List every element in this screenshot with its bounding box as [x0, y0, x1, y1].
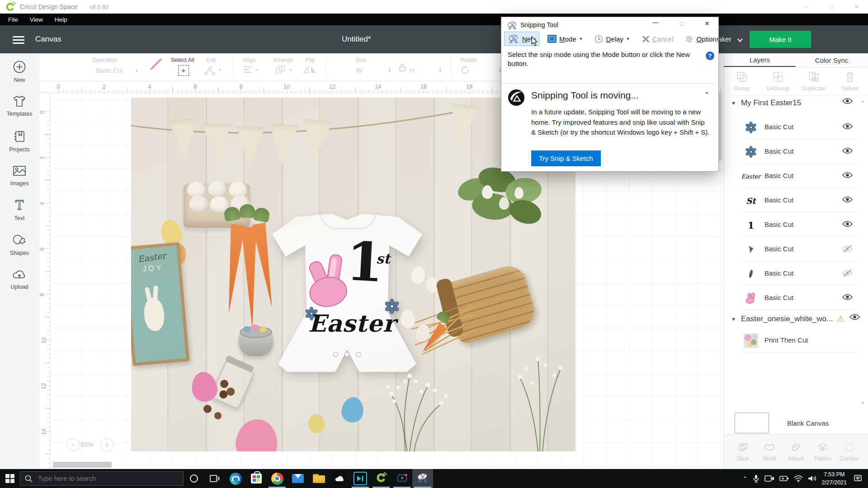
width-stepper[interactable]: ▲▼	[388, 67, 392, 73]
sidebar-item-images[interactable]: Images	[0, 164, 39, 196]
menu-help[interactable]: Help	[55, 16, 67, 23]
sidebar-item-new[interactable]: New	[0, 60, 39, 91]
height-field[interactable]: H	[410, 67, 414, 74]
taskbar-app-screen-recorder[interactable]	[392, 469, 412, 488]
layer-row[interactable]: Basic Cut	[724, 237, 868, 261]
color-swatch-stroke[interactable]	[150, 58, 162, 70]
taskbar-app-edge[interactable]	[225, 469, 246, 488]
height-stepper[interactable]: ▲▼	[439, 67, 442, 73]
delete-button[interactable]: Delete	[834, 71, 866, 92]
horizontal-scrollbar[interactable]	[53, 462, 112, 468]
layer-row[interactable]: Basic Cut	[724, 139, 868, 164]
attach-button[interactable]: Attach	[783, 442, 809, 462]
sidebar-item-templates[interactable]: Templates	[0, 94, 39, 126]
eye-visible-icon[interactable]	[842, 221, 853, 229]
eye-visible-icon[interactable]	[849, 314, 860, 322]
snip-delay-button[interactable]: Delay ▼	[591, 33, 633, 46]
layer-group-title[interactable]: Easter_onesie_white_wo...	[741, 314, 833, 324]
zoom-out-button[interactable]: −	[66, 438, 80, 451]
arrange-icon[interactable]	[276, 65, 286, 76]
duplicate-button[interactable]: Duplicate	[798, 71, 830, 92]
layer-row[interactable]: 1 Basic Cut	[724, 212, 868, 237]
tab-layers[interactable]: Layers	[724, 53, 796, 67]
edit-caret-icon[interactable]: ▼	[218, 68, 222, 72]
action-center-icon[interactable]	[854, 474, 863, 483]
group-button[interactable]: Group	[726, 71, 758, 92]
eye-hidden-icon[interactable]	[842, 245, 853, 254]
flip-icon[interactable]	[303, 66, 316, 75]
eye-visible-icon[interactable]	[842, 294, 853, 302]
tray-chevron-up-icon[interactable]: ⌃	[742, 475, 747, 482]
ungroup-button[interactable]: UnGroup	[762, 71, 794, 92]
taskbar-app-store[interactable]	[246, 469, 267, 488]
make-it-button[interactable]: Make It	[750, 31, 811, 48]
taskbar-app-cricut[interactable]	[371, 469, 392, 488]
edit-label[interactable]: Edit	[206, 57, 216, 63]
eye-visible-icon[interactable]	[842, 196, 853, 205]
arrange-caret-icon[interactable]: ▼	[288, 68, 292, 72]
layer-row[interactable]: Basic Cut	[724, 286, 868, 310]
eye-visible-icon[interactable]	[842, 172, 853, 180]
collapse-chevron-icon[interactable]: ⌃	[704, 91, 710, 99]
sidebar-item-upload[interactable]: Upload	[0, 268, 39, 300]
weld-button[interactable]: Weld	[757, 442, 782, 462]
task-view-button[interactable]	[204, 469, 225, 488]
scroll-down-arrow[interactable]: ▼	[860, 400, 865, 405]
wifi-icon[interactable]	[793, 474, 803, 483]
edit-icon[interactable]	[204, 65, 216, 77]
lock-icon[interactable]	[399, 63, 406, 73]
window-close-button[interactable]: ✕	[849, 0, 864, 14]
flip-label[interactable]: Flip	[306, 57, 315, 63]
screen-record-icon[interactable]	[764, 474, 774, 483]
tab-color-sync[interactable]: Color Sync	[796, 53, 868, 67]
rotate-icon[interactable]	[461, 66, 470, 76]
operation-caret-icon[interactable]: ▼	[135, 69, 139, 73]
snip-maximize-button[interactable]: □	[675, 20, 689, 27]
group-collapse-caret[interactable]: ▼	[731, 316, 736, 322]
eye-visible-icon[interactable]	[842, 147, 853, 156]
align-caret-icon[interactable]: ▼	[255, 68, 259, 72]
scroll-up-arrow[interactable]: ▲	[860, 99, 865, 103]
taskbar-app-onedrive[interactable]	[329, 469, 350, 488]
help-icon[interactable]: ?	[706, 52, 714, 60]
warning-icon[interactable]: ⚠	[837, 314, 844, 324]
taskbar-app-video-editor[interactable]	[350, 469, 371, 488]
layer-row[interactable]: Basic Cut	[724, 261, 868, 286]
select-all-icon[interactable]: +	[178, 65, 189, 76]
volume-icon[interactable]	[807, 474, 817, 483]
cortana-button[interactable]	[184, 469, 204, 488]
battery-icon[interactable]	[778, 475, 789, 482]
hamburger-menu-icon[interactable]	[13, 34, 24, 46]
arrange-label[interactable]: Arrange	[273, 57, 293, 63]
eye-hidden-icon[interactable]	[842, 269, 853, 279]
window-minimize-button[interactable]: ─	[798, 0, 814, 14]
taskbar-search[interactable]	[20, 471, 184, 486]
zoom-in-button[interactable]: +	[100, 438, 113, 451]
try-snip-sketch-button[interactable]: Try Snip & Sketch	[531, 150, 601, 166]
flatten-button[interactable]: Flatten	[810, 442, 835, 462]
taskbar-app-chrome[interactable]	[267, 469, 288, 488]
vertical-scrollbar[interactable]	[718, 93, 722, 161]
search-input[interactable]	[37, 474, 165, 483]
snip-mode-button[interactable]: Mode ▼	[544, 33, 586, 45]
snip-minimize-button[interactable]: —	[649, 19, 662, 26]
layer-group-title[interactable]: My First Easter15	[741, 99, 801, 108]
slice-button[interactable]: Slice	[730, 442, 755, 462]
start-button[interactable]	[0, 469, 20, 488]
sidebar-item-shapes[interactable]: Shapes	[0, 234, 39, 265]
layer-row[interactable]: Print Then Cut	[724, 328, 868, 352]
taskbar-app-mail[interactable]	[288, 469, 308, 488]
taskbar-app-snipping-tool[interactable]	[412, 469, 433, 488]
layer-row[interactable]: Basic Cut	[724, 115, 868, 139]
window-maximize-button[interactable]: □	[824, 0, 839, 14]
snip-cancel-button[interactable]: Cancel	[638, 33, 677, 45]
group-collapse-caret[interactable]: ▼	[731, 100, 736, 106]
eye-visible-icon[interactable]	[842, 123, 853, 131]
eye-visible-icon[interactable]	[842, 98, 853, 106]
snip-options-button[interactable]: Options	[681, 33, 723, 46]
taskbar-clock[interactable]: 7:53 PM 2/27/2021	[821, 470, 847, 487]
layer-row[interactable]: Easter Basic Cut	[724, 164, 868, 188]
contour-button[interactable]: Contour	[837, 442, 862, 462]
sidebar-item-text[interactable]: T Text	[0, 199, 39, 230]
align-icon[interactable]	[243, 66, 252, 75]
